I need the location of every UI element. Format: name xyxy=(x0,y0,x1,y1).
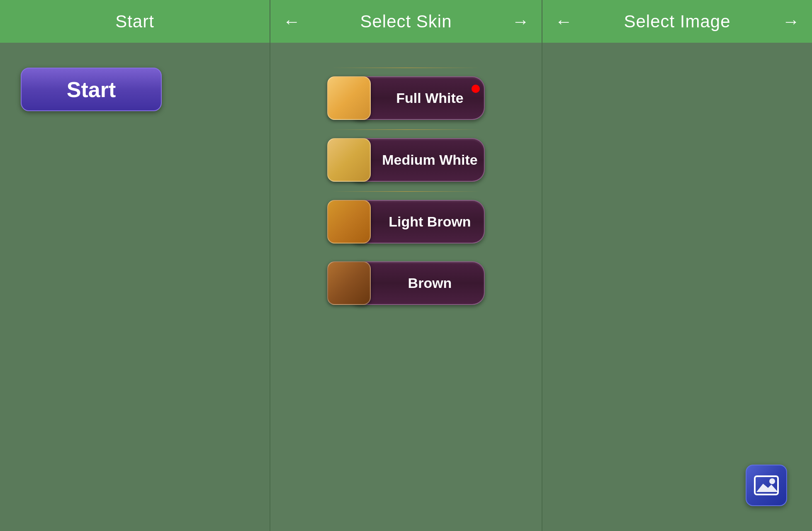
skin-swatch-brown xyxy=(327,261,371,305)
skin-swatch-light-brown xyxy=(327,200,371,244)
image-title: Select Image xyxy=(624,12,730,32)
svg-marker-1 xyxy=(756,484,778,492)
skin-selected-indicator xyxy=(472,85,480,93)
skin-label-full-white: Full White xyxy=(396,90,463,106)
skin-swatch-full-white xyxy=(327,76,371,120)
start-button[interactable]: Start xyxy=(21,68,162,111)
skin-divider-top xyxy=(331,68,481,68)
start-panel: Start Start xyxy=(0,0,270,531)
image-body xyxy=(542,43,812,531)
start-body: Start xyxy=(0,43,270,531)
skin-swatch-medium-white xyxy=(327,138,371,182)
skin-item-brown[interactable]: Brown xyxy=(327,255,485,311)
skin-item-light-brown[interactable]: Light Brown xyxy=(327,194,485,250)
skin-body: Full White Medium White Light Brown xyxy=(270,43,542,531)
start-button-label: Start xyxy=(67,77,116,102)
image-header: ← Select Image → xyxy=(542,0,812,43)
image-back-arrow[interactable]: ← xyxy=(555,12,572,32)
start-header: Start xyxy=(0,0,270,43)
start-title: Start xyxy=(115,12,154,32)
skin-label-brown: Brown xyxy=(408,275,452,291)
skin-list: Full White Medium White Light Brown xyxy=(270,68,542,314)
skin-label-medium-white: Medium White xyxy=(382,152,477,168)
gallery-button[interactable] xyxy=(746,465,787,506)
skin-header: ← Select Skin → xyxy=(270,0,542,43)
skin-divider-1 xyxy=(331,129,481,130)
image-forward-arrow[interactable]: → xyxy=(782,12,800,32)
skin-forward-arrow[interactable]: → xyxy=(512,12,529,32)
skin-panel: ← Select Skin → Full White Medium Whit xyxy=(270,0,542,531)
skin-label-light-brown: Light Brown xyxy=(389,214,471,230)
skin-back-arrow[interactable]: ← xyxy=(283,12,300,32)
svg-point-2 xyxy=(769,478,775,484)
gallery-icon xyxy=(753,472,780,499)
image-panel: ← Select Image → xyxy=(542,0,812,531)
skin-item-full-white[interactable]: Full White xyxy=(327,70,485,126)
skin-item-medium-white[interactable]: Medium White xyxy=(327,132,485,188)
skin-title: Select Skin xyxy=(360,12,452,32)
skin-divider-2 xyxy=(331,191,481,192)
